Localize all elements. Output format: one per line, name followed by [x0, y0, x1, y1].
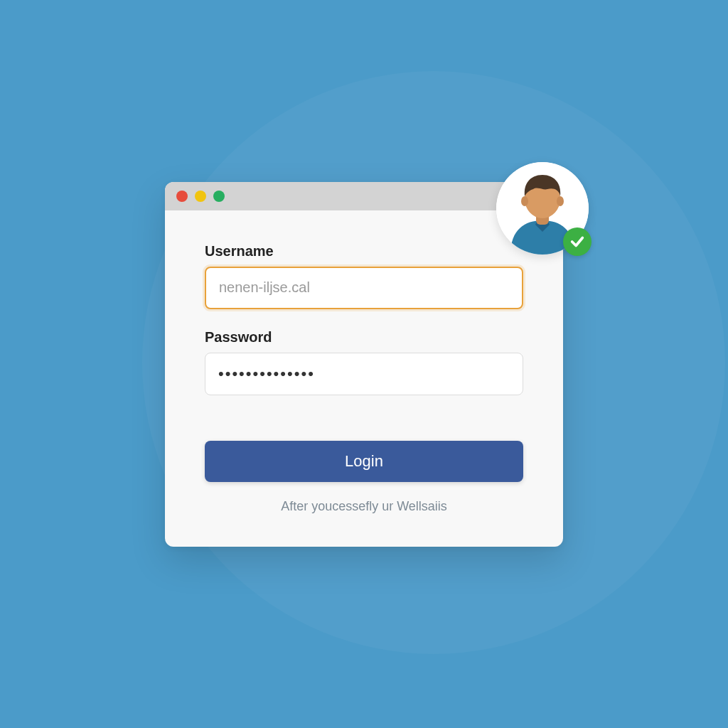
username-input[interactable]: [205, 267, 523, 309]
password-input[interactable]: ••••••••••••••: [205, 353, 523, 395]
login-button[interactable]: Login: [205, 441, 523, 482]
close-icon[interactable]: [176, 191, 188, 202]
login-window: Username Password •••••••••••••• Login A…: [165, 182, 563, 547]
username-label: Username: [205, 243, 523, 259]
login-form: Username Password •••••••••••••• Login A…: [165, 210, 563, 547]
minimize-icon[interactable]: [195, 191, 206, 202]
password-label: Password: [205, 329, 523, 346]
username-field-group: Username: [205, 243, 523, 309]
svg-point-3: [521, 196, 528, 206]
footer-help-text: After youcessefly ur Wellsaiis: [205, 499, 523, 514]
svg-point-4: [557, 196, 564, 206]
avatar-container: [496, 162, 589, 255]
maximize-icon[interactable]: [213, 191, 225, 202]
verified-check-icon: [563, 228, 592, 256]
password-field-group: Password ••••••••••••••: [205, 329, 523, 395]
